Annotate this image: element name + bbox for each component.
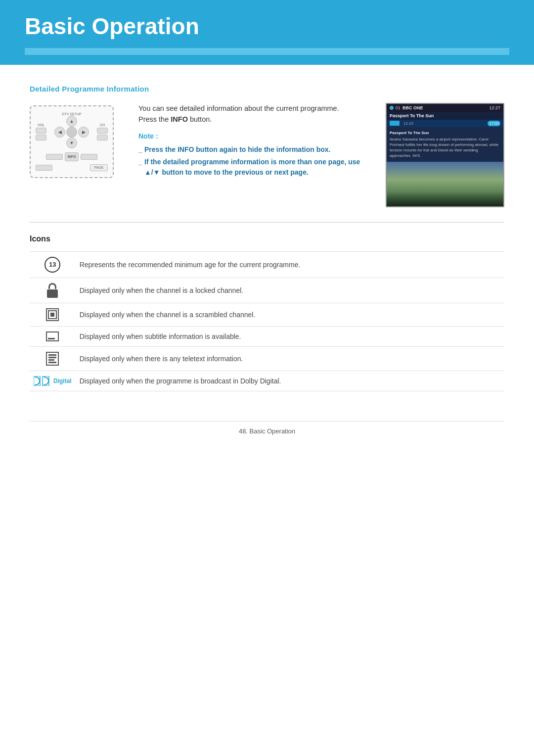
note-label: Note : [138,131,371,142]
tv-channel-name: BBC ONE [402,105,423,110]
dolby-text-label: Digital [53,378,72,384]
teletext-line-1 [48,354,56,356]
teletext-icon [46,352,59,366]
dpad-mid-row: ◀ ▶ [54,127,89,138]
dpad-center[interactable] [66,127,77,138]
intro-paragraph: You can see detailed information about t… [138,103,371,125]
tv-channel-num: 01 [396,105,400,110]
tv-dot [390,106,394,110]
remote-info-row: INFO [36,152,108,161]
tv-description: Passport To The Sun Nodne Savasha become… [387,127,503,162]
icon-cell-scrambled [30,303,76,326]
teletext-line-4 [48,362,56,363]
ch-buttons: CH [97,123,108,141]
icons-section: Icons 13 Represents the recommended mini… [30,235,504,391]
remote-dtv-label: DTV SETUP [36,112,108,116]
icon-desc-dolby: Displayed only when the programme is bro… [76,371,504,391]
icons-section-title: Icons [30,235,504,243]
lock-shackle [48,283,56,289]
icon-desc-scrambled: Displayed only when the channel is a scr… [76,303,504,326]
tv-screenshot: 01 BBC ONE 12:27 Passport To The Sun 12:… [386,103,504,207]
info-btn[interactable]: INFO [65,152,79,161]
section-title: Detailed Programme Information [30,85,504,93]
icons-table: 13 Represents the recommended minimum ag… [30,251,504,391]
dpad-right[interactable]: ▶ [78,127,89,138]
vol-down-btn[interactable] [36,135,46,141]
note-item-1: Press the INFO button again to hide the … [138,144,371,155]
icon-row-subtitle: Displayed only when subtitle information… [30,326,504,346]
section-divider [30,222,504,223]
teletext-line-3 [48,359,54,361]
tv-desc-text: Nodne Savasha becomes a airport represen… [390,137,498,158]
remote-illustration: DTV SETUP VOL ▲ ◀ ▶ [30,103,124,207]
vol-label: VOL [38,123,44,127]
icon-desc-subtitle: Displayed only when subtitle information… [76,326,504,346]
page-btn[interactable]: PAGE [90,164,108,171]
tv-show-title: Passport To The Sun [387,112,503,120]
minus-btn-2[interactable] [81,154,97,160]
dolby-icon: Digital [34,376,72,386]
dpad-up[interactable]: ▲ [66,116,77,127]
info-button-label: INFO [171,115,188,123]
ch-label: CH [100,123,105,127]
ch-down-btn[interactable] [97,135,108,141]
tv-topbar: 01 BBC ONE 12:27 [387,104,503,112]
icon-row-lock: Displayed only when the channel is a loc… [30,278,504,303]
icon-cell-lock [30,278,76,303]
tv-time: 12:27 [489,105,500,110]
vol-buttons: VOL [36,123,46,141]
icon-row-teletext: Displayed only when there is any teletex… [30,346,504,371]
icon-row-dolby: Digital Displayed only when the programm… [30,371,504,391]
subtitle-icon [46,331,59,341]
note-section: Note : Press the INFO button again to hi… [138,131,371,178]
page-header: Basic Operation [0,0,534,65]
page-title: Basic Operation [25,14,509,39]
icon-cell-dolby: Digital [30,371,76,391]
svg-rect-2 [50,313,54,317]
dpad-down[interactable]: ▼ [66,138,77,148]
remote-control: DTV SETUP VOL ▲ ◀ ▶ [30,105,114,178]
tv-timebar: 12:15 17:00 [387,120,503,127]
icon-cell-subtitle [30,326,76,346]
scrambled-svg [48,310,57,319]
lock-icon [46,283,59,298]
tv-time-end: 17:00 [488,121,500,126]
icon-desc-teletext: Displayed only when there is any teletex… [76,346,504,371]
remote-top-row: VOL ▲ ◀ ▶ ▼ [36,116,108,148]
dpad-down-row: ▼ [66,138,77,148]
dolby-svg [34,376,51,386]
icon-row-age: 13 Represents the recommended minimum ag… [30,251,504,278]
icon-row-scrambled: Displayed only when the channel is a scr… [30,303,504,326]
vol-up-btn[interactable] [36,128,46,134]
age-13-icon: 13 [44,257,60,273]
tv-screen: 01 BBC ONE 12:27 Passport To The Sun 12:… [386,103,504,207]
teletext-line-2 [48,357,56,358]
lock-body [47,289,58,298]
bottom-left-btn[interactable] [36,165,52,171]
dpad-left[interactable]: ◀ [54,127,65,138]
icon-desc-lock: Displayed only when the channel is a loc… [76,278,504,303]
icon-desc-age: Represents the recommended minimum age f… [76,251,504,278]
programme-section: DTV SETUP VOL ▲ ◀ ▶ [30,103,504,207]
dpad-up-row: ▲ [66,116,77,127]
main-content: Detailed Programme Information DTV SETUP… [0,65,534,465]
remote-bottom-row: PAGE [36,164,108,171]
dpad: ▲ ◀ ▶ ▼ [54,116,89,148]
tv-image-overlay [387,191,503,206]
icon-cell-age: 13 [30,251,76,278]
ch-up-btn[interactable] [97,128,108,134]
tv-desc-title: Passport To The Sun [390,130,500,136]
tv-timebar-box [390,121,400,126]
note-item-2: If the detailed programme information is… [138,157,371,178]
page-footer: 48. Basic Operation [30,421,504,435]
icon-cell-teletext [30,346,76,371]
tv-landscape-image [387,162,503,206]
tv-time-start: 12:15 [403,121,413,126]
header-bar [25,48,509,55]
tv-topbar-left: 01 BBC ONE [390,105,423,110]
scrambled-icon [46,308,59,321]
programme-text-block: You can see detailed information about t… [138,103,371,207]
minus-btn[interactable] [46,154,63,160]
footer-text: 48. Basic Operation [239,427,295,435]
subtitle-line [48,338,55,339]
